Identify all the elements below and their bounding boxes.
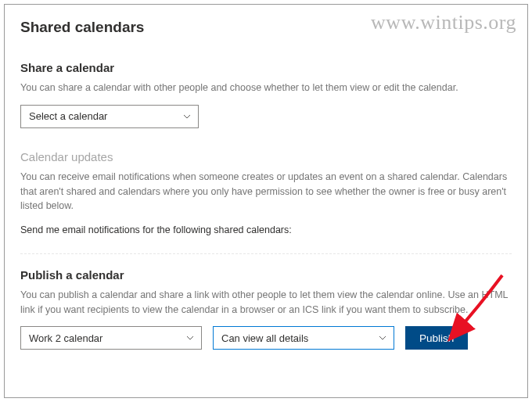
publish-permission-dropdown[interactable]: Can view all details xyxy=(213,326,394,350)
chevron-down-icon xyxy=(182,112,192,121)
share-section-desc: You can share a calendar with other peop… xyxy=(20,81,512,95)
section-divider xyxy=(20,253,512,254)
share-calendar-section: Share a calendar You can share a calenda… xyxy=(20,61,512,128)
share-calendar-dropdown[interactable]: Select a calendar xyxy=(20,105,199,128)
publish-calendar-value: Work 2 calendar xyxy=(29,332,102,344)
publish-calendar-dropdown[interactable]: Work 2 calendar xyxy=(20,326,202,350)
share-section-title: Share a calendar xyxy=(20,61,512,74)
chevron-down-icon xyxy=(185,333,195,343)
publish-section-desc: You can publish a calendar and share a l… xyxy=(20,288,512,318)
publish-section-title: Publish a calendar xyxy=(20,268,512,282)
chevron-down-icon xyxy=(378,333,387,343)
updates-section-title: Calendar updates xyxy=(20,150,512,163)
publish-button[interactable]: Publish xyxy=(405,326,468,350)
publish-calendar-section: Publish a calendar You can publish a cal… xyxy=(20,268,512,350)
updates-section-desc: You can receive email notifications when… xyxy=(20,170,512,214)
watermark-text: www.wintips.org xyxy=(371,11,516,34)
updates-prompt: Send me email notifications for the foll… xyxy=(20,223,512,238)
calendar-updates-section: Calendar updates You can receive email n… xyxy=(20,150,512,238)
share-dropdown-value: Select a calendar xyxy=(29,110,107,122)
publish-permission-value: Can view all details xyxy=(221,332,308,344)
